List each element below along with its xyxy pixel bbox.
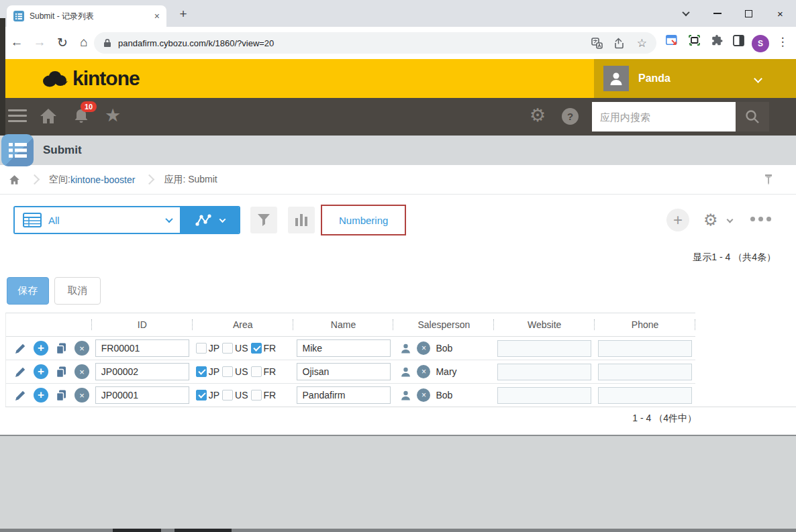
person-icon[interactable] — [400, 343, 411, 354]
taskbar-sliver — [0, 529, 796, 532]
help-button[interactable]: ? — [562, 108, 579, 125]
breadcrumb-space-link[interactable]: kintone-booster — [70, 174, 136, 185]
checkbox-us[interactable] — [222, 343, 233, 354]
remove-user-icon[interactable]: × — [417, 365, 430, 378]
remove-user-icon[interactable]: × — [417, 388, 430, 402]
person-icon[interactable] — [400, 390, 411, 401]
edit-row-icon[interactable] — [14, 366, 27, 378]
filter-button[interactable] — [250, 207, 277, 233]
window-minimize-button[interactable] — [701, 0, 733, 27]
favorites-button[interactable]: ★ — [105, 106, 121, 125]
checkbox-fr[interactable] — [251, 366, 262, 377]
phone-input[interactable] — [598, 364, 692, 380]
row-tools: + × — [6, 337, 92, 360]
graph-icon — [195, 213, 212, 227]
delete-row-icon[interactable]: × — [74, 388, 89, 403]
remove-user-icon[interactable]: × — [417, 341, 430, 355]
notifications-button[interactable]: 10 — [72, 107, 90, 127]
delete-row-icon[interactable]: × — [74, 364, 89, 379]
chevron-down-icon — [165, 215, 172, 223]
edit-row-icon[interactable] — [14, 389, 27, 402]
column-header-phone: Phone — [595, 313, 695, 336]
forward-button: → — [31, 35, 48, 50]
view-dropdown[interactable]: All — [15, 207, 180, 233]
extension-screenshot-button[interactable] — [666, 35, 679, 46]
app-settings-button[interactable]: ⚙ — [703, 211, 718, 229]
address-bar[interactable]: pandafirm.cybozu.com/k/1860/?view=20 ☆ — [94, 32, 656, 54]
record-count: 显示1 - 4 （共4条） — [693, 252, 776, 264]
search-button[interactable] — [736, 102, 769, 131]
browser-menu-button[interactable]: ⋮ — [774, 35, 791, 49]
website-input[interactable] — [497, 364, 591, 380]
admin-settings-button[interactable]: ⚙ — [530, 106, 546, 125]
add-record-button[interactable]: + — [666, 209, 689, 231]
insert-row-icon[interactable]: + — [34, 388, 48, 403]
edit-row-icon[interactable] — [14, 342, 27, 355]
app-search-input[interactable] — [592, 102, 736, 131]
tab-search-button[interactable] — [670, 0, 701, 27]
checkbox-us[interactable] — [222, 366, 233, 377]
chart-button[interactable] — [288, 207, 315, 233]
id-input[interactable] — [95, 339, 189, 357]
table-bottom-divider — [5, 407, 796, 407]
checkbox-jp[interactable] — [196, 343, 207, 354]
menu-hamburger-button[interactable] — [8, 109, 27, 125]
cancel-button[interactable]: 取消 — [54, 277, 101, 305]
more-options-button[interactable] — [750, 217, 771, 221]
checkbox-us[interactable] — [222, 390, 233, 401]
reload-button[interactable]: ↻ — [54, 35, 71, 50]
checkbox-fr[interactable] — [251, 343, 262, 354]
salesperson-cell: × Bob — [393, 337, 494, 360]
extension-capture-button[interactable] — [689, 35, 701, 46]
lock-icon — [103, 38, 111, 48]
checkbox-jp[interactable] — [196, 390, 207, 401]
insert-row-icon[interactable]: + — [34, 341, 48, 356]
home-button[interactable]: ⌂ — [75, 35, 93, 50]
sidebar-extension-icon — [733, 35, 744, 46]
extension-sidebar-button[interactable] — [733, 35, 744, 46]
window-maximize-button[interactable] — [733, 0, 764, 27]
record-list-content: All Numbering + ⚙ — [0, 195, 796, 435]
name-input[interactable] — [297, 339, 391, 357]
website-input[interactable] — [497, 387, 591, 404]
name-input[interactable] — [297, 386, 391, 404]
browser-window: Submit - 记录列表 × + × ← → ↻ ⌂ pandafirm.cy… — [0, 0, 796, 532]
user-menu[interactable]: Panda — [594, 59, 796, 98]
window-close-button[interactable]: × — [764, 0, 796, 27]
save-button[interactable]: 保存 — [7, 277, 49, 305]
id-input[interactable] — [95, 363, 189, 380]
bookmark-star-icon[interactable]: ☆ — [637, 38, 647, 49]
person-icon[interactable] — [400, 366, 411, 378]
insert-row-icon[interactable]: + — [34, 364, 48, 379]
id-input[interactable] — [95, 386, 189, 404]
new-tab-button[interactable]: + — [175, 6, 192, 23]
checkbox-jp[interactable] — [196, 366, 207, 377]
pin-icon[interactable] — [764, 174, 773, 185]
copy-row-icon[interactable] — [55, 389, 68, 402]
phone-input[interactable] — [598, 387, 692, 404]
kintone-logo-text: kintone — [72, 67, 140, 90]
phone-input[interactable] — [598, 340, 692, 357]
numbering-button[interactable]: Numbering — [321, 205, 406, 235]
copy-row-icon[interactable] — [55, 342, 68, 355]
browser-tab[interactable]: Submit - 记录列表 × — [7, 5, 166, 27]
breadcrumb-home-icon[interactable] — [9, 174, 20, 185]
column-header-name: Name — [293, 313, 394, 336]
extensions-button[interactable] — [711, 35, 723, 47]
translate-icon[interactable] — [591, 38, 603, 49]
tab-close-icon[interactable]: × — [154, 11, 160, 21]
graph-view-button[interactable] — [180, 207, 239, 233]
checkbox-fr[interactable] — [251, 390, 262, 401]
kintone-logo[interactable]: kintone — [40, 59, 140, 98]
tools-column-header — [6, 313, 92, 336]
copy-row-icon[interactable] — [55, 366, 68, 378]
back-button[interactable]: ← — [8, 35, 26, 50]
browser-profile-button[interactable]: S — [752, 35, 769, 52]
app-icon[interactable] — [1, 134, 34, 166]
share-icon[interactable] — [614, 38, 626, 49]
delete-row-icon[interactable]: × — [74, 341, 89, 356]
name-input[interactable] — [297, 363, 391, 380]
breadcrumb-separator-icon — [30, 174, 40, 185]
portal-home-button[interactable] — [39, 107, 58, 127]
website-input[interactable] — [497, 340, 591, 357]
